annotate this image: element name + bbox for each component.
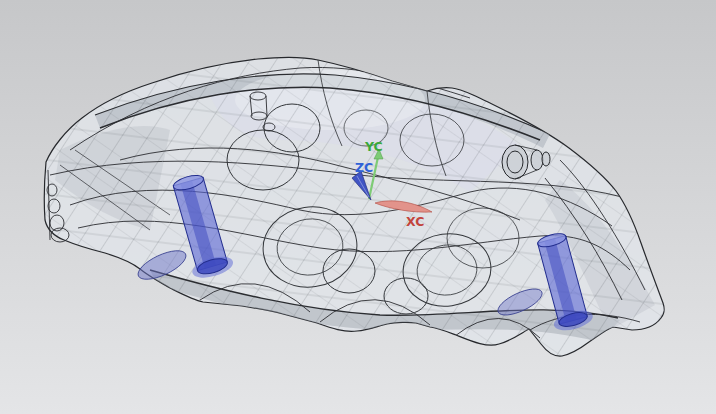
wcs-label-yc[interactable]: YC xyxy=(364,139,383,154)
wcs-label-zc[interactable]: ZC xyxy=(355,160,373,175)
cad-viewport-canvas[interactable]: YC ZC XC xyxy=(0,0,716,414)
cad-graphics-window[interactable]: YC ZC XC xyxy=(0,0,716,414)
wcs-label-xc[interactable]: XC xyxy=(406,214,424,229)
